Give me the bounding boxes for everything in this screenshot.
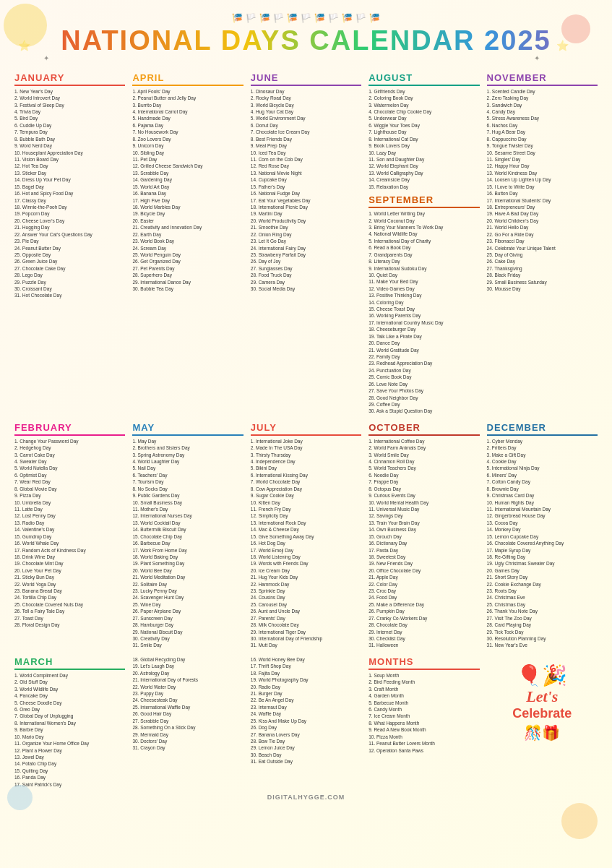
list-item: 1. International Coffee Day [369, 438, 479, 444]
list-item: 25. Make a Difference Day [369, 601, 479, 608]
list-item: 22. Go For a Ride Day [487, 231, 598, 238]
list-item: 27. Cranky Co-Workers Day [369, 615, 479, 622]
november-section: NOVEMBER 1. Scented Candle Day2. Zero Ta… [486, 71, 599, 416]
list-item: 28. Something On a Stick Day [132, 724, 243, 731]
list-item: 21. World Hello Day [487, 224, 598, 231]
list-item: 25. Christmas Day [487, 601, 598, 608]
list-item: 27. Pet Parents Day [132, 265, 243, 272]
list-item: 14. Own Business Day [369, 526, 479, 533]
list-item: 20. World Children's Day [487, 218, 598, 224]
list-item: 8. Literacy Day [369, 258, 479, 265]
list-item: 3. Sandwich Day [487, 102, 598, 108]
list-item: 9. Word Nerd Day [14, 142, 125, 149]
list-item: 19. Have A Bad Day Day [487, 210, 598, 217]
list-item: 12. Plant a Flower Day [14, 747, 125, 754]
december-section: DECEMBER 1. Cyber Monday2. Fritters Day3… [486, 421, 599, 650]
list-item: 29. Lemon Juice Day [251, 744, 361, 751]
list-item: 18. Sweetest Day [369, 554, 479, 560]
list-item: 23. Redhead Appreciation Day [369, 360, 479, 366]
list-item: 31. Smile Day [132, 642, 243, 648]
list-item: 3. World Bicycle Day [251, 102, 361, 108]
list-item: 4. World Laughter Day [132, 458, 243, 465]
list-item: 2. World Coconut Day [369, 218, 479, 224]
celebrate-section: 🎈🎉 Let's Celebrate 🎊🎁 [486, 655, 599, 789]
list-item: 1. Girlfriends Day [369, 88, 479, 95]
balloon-emoji: 🎈🎉 [488, 663, 596, 687]
list-item: 11. Vision Board Day [14, 156, 125, 163]
list-item: 26. Day of Joy [251, 258, 361, 265]
list-item: 18. Global Recycling Day [132, 656, 243, 663]
list-item: 30. Ask a Stupid Question Day [369, 408, 479, 414]
june-section: JUNE 1. Dinosaur Day2. Rocky Road Day3. … [249, 71, 363, 416]
list-item: 10. Sesame Street Day [487, 150, 598, 156]
list-item: 5. Stress Awareness Day [487, 115, 598, 121]
list-item: 4. Pancake Day [14, 692, 125, 699]
list-item: 24. Cheesesteak Day [132, 697, 243, 703]
list-item: 29. Coffee Day [369, 401, 479, 408]
list-item: 29. National Biscuit Day [132, 629, 243, 635]
list-item: 23. Croc Day [369, 588, 479, 594]
list-item: 6. Wiggle Your Toes Day [369, 122, 479, 129]
list-item: 16. National Fudge Day [251, 190, 361, 197]
december-title: DECEMBER [487, 422, 598, 436]
list-item: 21. Smoothie Day [251, 224, 361, 231]
list-item: 14. Buttermilk Biscuit Day [132, 526, 243, 533]
list-item: 2. Made In The USA Day [251, 444, 361, 451]
january-list: 1. New Year's Day2. World Introvert Day3… [14, 88, 125, 299]
list-item: 19. Bicycle Day [132, 210, 243, 217]
list-item: 4. Candy Day [487, 108, 598, 115]
list-item: 12. World Elephant Day [369, 163, 479, 169]
list-item: 12. Happy Hour Day [487, 163, 598, 169]
list-item: 25. International Waffle Day [132, 704, 243, 710]
list-item: 20. Radio Day [251, 684, 361, 690]
list-item: 15. Give Something Away Day [251, 533, 361, 540]
list-item: 16. Barbecue Day [132, 540, 243, 546]
list-item: 5. World Teachers Day [369, 465, 479, 471]
list-item: 19. Popcorn Day [14, 210, 125, 217]
list-item: 15. Chocolate Chip Day [132, 533, 243, 540]
list-item: 14. Cupcake Day [251, 176, 361, 183]
list-item: 26. Aunt and Uncle Day [251, 608, 361, 614]
list-item: 28. Black Friday [487, 272, 598, 278]
list-item: 5. Underwear Day [369, 115, 479, 121]
footer-website: DIGITALHYGGE.COM [13, 794, 599, 801]
list-item: 25. Day of Giving [487, 252, 598, 258]
main-title: NATIONAL DAYS CALENDAR 2025 [13, 26, 599, 56]
list-item: 11. Make Your Bed Day [369, 278, 479, 285]
list-item: 12. Simplicity Day [251, 512, 361, 519]
list-item: 13. International Rock Day [251, 520, 361, 526]
list-item: 7. Ice Cream Month [369, 713, 479, 719]
list-item: 11. Singles' Day [487, 156, 598, 163]
list-item: 30. International Day of Friendship [251, 635, 361, 642]
list-item: 18. Entrepreneurs' Day [487, 204, 598, 210]
list-item: 15. I Love to Write Day [487, 184, 598, 190]
list-item: 18. Fajita Day [251, 670, 361, 676]
list-item: 3. World Smile Day [369, 452, 479, 458]
april-list: 1. April Fools' Day2. Peanut Butter and … [132, 88, 243, 293]
list-item: 16. Panda Day [14, 774, 125, 781]
list-item: 2. Peanut Butter and Jelly Day [132, 95, 243, 101]
list-item: 21. Hugging Day [14, 224, 125, 231]
june-title: JUNE [251, 72, 361, 86]
list-item: 23. Internaut Day [251, 704, 361, 710]
list-item: 9. Curious Events Day [369, 492, 479, 499]
list-item: 17. Pasta Day [369, 547, 479, 554]
page-wrapper: ⭐ ⭐ ✦ ✦ 🎏 🏳️ 🎏 🏳️ 🎏 🏳️ 🎏 🏳️ 🎏 🏳️ 🎏 NATIO… [0, 0, 612, 868]
list-item: 25. Wine Day [132, 601, 243, 608]
list-item: 14. Coloring Day [369, 299, 479, 306]
list-item: 2. Old Stuff Day [14, 679, 125, 685]
list-item: 5. World Nutella Day [14, 465, 125, 471]
list-item: 26. Tell a Fairy Tale Day [14, 608, 125, 614]
list-item: 13. Jewel Day [14, 754, 125, 760]
list-item: 25. Kiss And Make Up Day [251, 718, 361, 724]
list-item: 11. Latte Day [14, 506, 125, 512]
september-title: SEPTEMBER [369, 194, 479, 208]
list-item: 10. World Mental Health Day [369, 499, 479, 506]
list-item: 16. Button Day [487, 190, 598, 197]
list-item: 18. Cheeseburger Day [369, 326, 479, 332]
list-item: 16. Working Parents Day [369, 312, 479, 319]
june-col2-section: 16. World Honey Bee Day17. Thrift Shop D… [249, 655, 363, 789]
list-item: 11. Corn on the Cob Day [251, 156, 361, 163]
october-section: OCTOBER 1. International Coffee Day2. Wo… [367, 421, 480, 650]
list-item: 1. May Day [132, 438, 243, 444]
